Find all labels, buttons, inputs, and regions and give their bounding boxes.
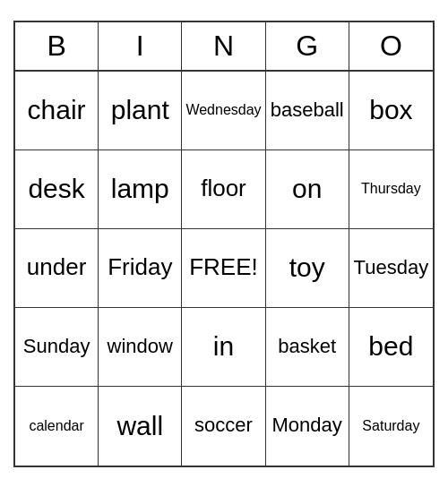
- bingo-cell: chair: [15, 72, 99, 150]
- bingo-cell: FREE!: [182, 229, 265, 308]
- bingo-cell: plant: [99, 72, 182, 150]
- cell-text: Friday: [108, 253, 172, 281]
- cell-text: toy: [289, 252, 325, 284]
- cell-text: basket: [278, 335, 336, 358]
- bingo-cell: Monday: [266, 387, 349, 466]
- bingo-cell: Tuesday: [349, 229, 433, 308]
- bingo-cell: bed: [349, 308, 433, 387]
- cell-text: floor: [201, 175, 246, 202]
- header-letter: G: [266, 22, 349, 70]
- bingo-cell: under: [15, 229, 99, 308]
- cell-text: soccer: [194, 414, 253, 437]
- cell-text: chair: [28, 94, 86, 126]
- bingo-cell: soccer: [182, 387, 265, 466]
- cell-text: bed: [368, 330, 413, 363]
- cell-text: Sunday: [23, 335, 90, 358]
- bingo-cell: toy: [266, 229, 349, 308]
- bingo-header: BINGO: [15, 22, 433, 72]
- cell-text: wall: [116, 410, 163, 442]
- bingo-cell: Saturday: [349, 387, 433, 466]
- cell-text: desk: [28, 173, 84, 205]
- cell-text: plant: [111, 94, 169, 126]
- bingo-cell: wall: [99, 387, 182, 466]
- cell-text: on: [292, 173, 322, 205]
- header-letter: O: [349, 22, 433, 70]
- header-letter: I: [99, 22, 182, 70]
- bingo-cell: Thursday: [349, 150, 433, 229]
- bingo-cell: desk: [15, 150, 99, 229]
- cell-text: in: [213, 330, 234, 363]
- cell-text: window: [108, 335, 173, 358]
- bingo-grid: chairplantWednesdaybaseballboxdesklampfl…: [15, 72, 433, 466]
- bingo-cell: baseball: [266, 72, 349, 150]
- cell-text: lamp: [111, 173, 169, 205]
- bingo-cell: floor: [182, 150, 265, 229]
- cell-text: box: [369, 94, 412, 126]
- header-letter: B: [15, 22, 99, 70]
- bingo-cell: lamp: [99, 150, 182, 229]
- bingo-cell: basket: [266, 308, 349, 387]
- bingo-cell: window: [99, 308, 182, 387]
- cell-text: calendar: [29, 417, 83, 434]
- cell-text: under: [27, 253, 87, 281]
- bingo-card: BINGO chairplantWednesdaybaseballboxdesk…: [13, 21, 435, 467]
- cell-text: Tuesday: [354, 256, 429, 279]
- cell-text: Thursday: [361, 180, 421, 197]
- header-letter: N: [182, 22, 265, 70]
- cell-text: FREE!: [189, 253, 258, 281]
- bingo-cell: Sunday: [15, 308, 99, 387]
- cell-text: Monday: [272, 414, 342, 437]
- bingo-cell: Wednesday: [182, 72, 265, 150]
- cell-text: baseball: [271, 98, 344, 122]
- cell-text: Wednesday: [185, 101, 261, 118]
- bingo-cell: on: [266, 150, 349, 229]
- bingo-cell: calendar: [15, 387, 99, 466]
- bingo-cell: in: [182, 308, 265, 387]
- cell-text: Saturday: [362, 417, 419, 434]
- bingo-cell: box: [349, 72, 433, 150]
- bingo-cell: Friday: [99, 229, 182, 308]
